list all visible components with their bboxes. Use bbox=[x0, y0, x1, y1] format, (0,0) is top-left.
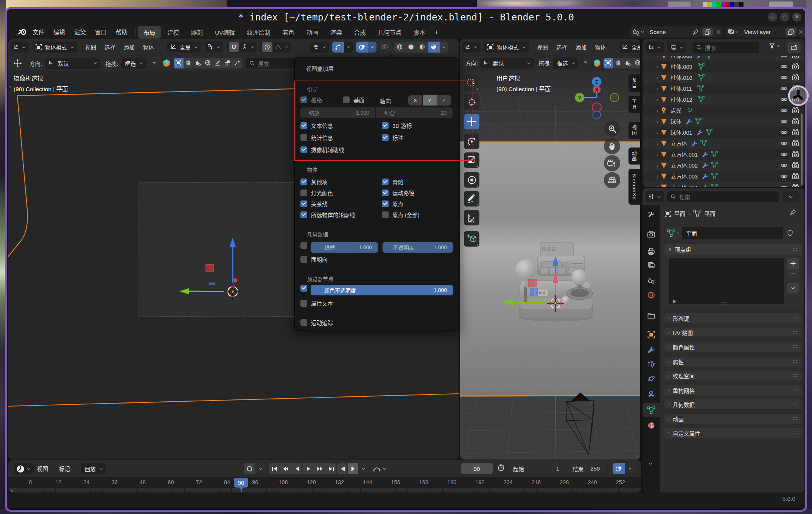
workspace-tab-脚本[interactable]: 脚本 bbox=[408, 26, 431, 39]
properties-editor-type-button[interactable] bbox=[646, 191, 664, 202]
disable-in-renders-icon[interactable] bbox=[792, 56, 799, 59]
menu-edit[interactable]: 编辑 bbox=[49, 25, 70, 39]
hide-in-viewport-icon[interactable] bbox=[780, 96, 788, 102]
pin-scene-icon[interactable] bbox=[690, 26, 702, 37]
panel-纹理空间[interactable]: ›纹理空间 bbox=[664, 371, 802, 380]
scene-name[interactable]: Scene bbox=[647, 29, 669, 35]
overlay-attribute-text-checkbox[interactable] bbox=[300, 300, 307, 307]
overlay-opacity-slider[interactable]: 不透明度1.000 bbox=[383, 242, 453, 253]
modifier-icon[interactable] bbox=[697, 129, 703, 135]
properties-editor[interactable]: 搜索平面›平面平面∨顶点组›形态键›UV 贴图›颜色属性›属性›纹理空间›重构网… bbox=[642, 188, 804, 492]
overlay-wireframe-checkbox[interactable] bbox=[300, 242, 307, 249]
mesh-data-icon[interactable] bbox=[711, 151, 718, 157]
menu-render[interactable]: 渲染 bbox=[70, 25, 90, 39]
outliner-row[interactable]: ›球体 bbox=[642, 116, 804, 127]
vpL-shading-rendered[interactable] bbox=[428, 42, 440, 53]
vpL-menu-add[interactable]: 添加 bbox=[120, 43, 139, 51]
scene-selector[interactable]: Scene bbox=[630, 26, 723, 37]
hide-in-viewport-icon[interactable] bbox=[780, 107, 788, 113]
outliner-expand-icon[interactable]: › bbox=[657, 74, 658, 81]
overlay-color-opacity[interactable] bbox=[300, 285, 311, 292]
timeline-menu-marker[interactable]: 标记 bbox=[59, 464, 70, 472]
viewlayer-icon[interactable] bbox=[725, 26, 741, 37]
panel-动画[interactable]: ›动画 bbox=[664, 414, 802, 424]
nav-pan-button[interactable] bbox=[604, 138, 620, 154]
panel-颜色属性[interactable]: ›颜色属性 bbox=[664, 342, 802, 352]
outliner-expand-icon[interactable]: › bbox=[657, 151, 658, 157]
add-workspace-button[interactable]: + bbox=[431, 27, 442, 37]
overlay-relationship-lines[interactable]: 关系线 bbox=[300, 200, 328, 208]
hide-in-viewport-icon[interactable] bbox=[780, 56, 788, 59]
properties-tab-modifier[interactable] bbox=[642, 342, 660, 357]
properties-tab-world[interactable] bbox=[642, 288, 660, 302]
menu-file[interactable]: 文件 bbox=[28, 25, 49, 39]
outliner-row[interactable]: ›柱体.010 bbox=[642, 72, 804, 83]
breadcrumb-data-name[interactable]: 平面 bbox=[705, 210, 716, 217]
disable-in-renders-icon[interactable] bbox=[792, 173, 799, 179]
minimize-button[interactable]: – bbox=[768, 12, 777, 22]
timeline-playback-menu[interactable]: 回放 bbox=[81, 463, 106, 474]
panel-expand-arrow[interactable]: › bbox=[668, 359, 669, 364]
properties-tab-constraint[interactable] bbox=[642, 387, 660, 402]
hide-in-viewport-icon[interactable] bbox=[780, 162, 788, 168]
vpL-collapse-chevron[interactable] bbox=[149, 60, 159, 67]
keying-set-icon[interactable] bbox=[373, 466, 381, 472]
mesh-data-icon[interactable] bbox=[706, 129, 712, 135]
record-options-chevron[interactable] bbox=[255, 463, 265, 474]
panel-expand-arrow[interactable]: › bbox=[668, 430, 669, 436]
toolbar-reveal-chevron[interactable]: › bbox=[9, 83, 11, 90]
vpL-asset-type-world[interactable] bbox=[203, 58, 213, 68]
outliner-item-name[interactable]: 立方体.001 bbox=[670, 150, 698, 158]
mesh-data-icon[interactable] bbox=[700, 140, 707, 146]
disable-in-renders-icon[interactable] bbox=[792, 151, 799, 157]
modifier-icon[interactable] bbox=[702, 184, 708, 187]
mesh-data-icon[interactable] bbox=[711, 173, 718, 179]
overlay-motion-paths-checkbox[interactable] bbox=[382, 189, 389, 196]
disable-in-renders-icon[interactable] bbox=[792, 63, 799, 70]
outliner-row[interactable]: ›柱体.012 bbox=[642, 94, 804, 105]
outliner-filter-button[interactable] bbox=[769, 43, 781, 50]
outliner-row[interactable]: ›柱体.009 bbox=[642, 61, 804, 72]
transport-play-button[interactable] bbox=[303, 463, 314, 474]
mesh-name-field[interactable]: 平面 bbox=[682, 227, 783, 239]
vpL-gizmos-dropdown[interactable] bbox=[332, 42, 353, 53]
npanel-tab-视图[interactable]: 视图 bbox=[628, 122, 640, 139]
modifier-icon[interactable] bbox=[697, 56, 703, 59]
outliner-item-name[interactable]: 球体 bbox=[670, 117, 681, 125]
panel-重构网格[interactable]: ›重构网格 bbox=[664, 385, 802, 395]
timeline-overlay-toggle[interactable] bbox=[613, 463, 625, 474]
vpL-shading-solid[interactable] bbox=[406, 42, 417, 53]
vpR-asset-type-paint[interactable] bbox=[623, 58, 633, 68]
vpL-editor-type-button[interactable] bbox=[11, 42, 29, 53]
outliner-row[interactable]: ›柱体.011 bbox=[642, 83, 804, 94]
vpL-asset-type-paint[interactable] bbox=[193, 58, 203, 68]
overlay-outline-selected-checkbox[interactable] bbox=[300, 211, 307, 218]
outliner-item-name[interactable]: 立方体.003 bbox=[670, 172, 698, 180]
vertex-group-add-button[interactable] bbox=[787, 258, 799, 269]
hide-in-viewport-icon[interactable] bbox=[780, 173, 788, 179]
outliner-expand-icon[interactable]: › bbox=[657, 184, 658, 187]
overlay-light-colors-checkbox[interactable] bbox=[300, 189, 307, 196]
vpL-menu-select[interactable]: 选择 bbox=[100, 43, 120, 51]
mesh-data-icon[interactable] bbox=[698, 96, 705, 102]
new-viewlayer-button[interactable] bbox=[786, 28, 796, 36]
outliner-expand-icon[interactable]: › bbox=[657, 140, 658, 146]
outliner-row[interactable]: ›点光 bbox=[642, 105, 804, 116]
keying-chevron[interactable] bbox=[382, 467, 387, 471]
nav-toggle-ortho-button[interactable] bbox=[604, 172, 620, 188]
vpL-asset-type-nodegroup[interactable] bbox=[233, 58, 243, 68]
modifier-icon[interactable] bbox=[686, 118, 692, 124]
remove-viewlayer-icon[interactable] bbox=[796, 26, 806, 37]
outliner-expand-icon[interactable]: › bbox=[657, 162, 658, 168]
vpL-shading-wireframe[interactable] bbox=[394, 42, 406, 53]
outliner-item-name[interactable]: 球体.001 bbox=[670, 128, 692, 136]
disable-in-renders-icon[interactable] bbox=[792, 74, 799, 81]
overlay-origins-all[interactable]: 原点 (全部) bbox=[382, 211, 420, 219]
mesh-data-icon[interactable] bbox=[697, 85, 704, 92]
properties-tab-data[interactable] bbox=[642, 403, 660, 417]
outliner-row[interactable]: ›球体.001 bbox=[642, 127, 804, 138]
vpR-asset-type-material[interactable] bbox=[613, 58, 623, 68]
overlay-motion-tracking[interactable]: 运动追踪 bbox=[300, 318, 333, 326]
vpL-orientation-selector[interactable]: 全局 bbox=[167, 42, 201, 53]
current-frame-field[interactable]: 90 bbox=[461, 463, 493, 474]
